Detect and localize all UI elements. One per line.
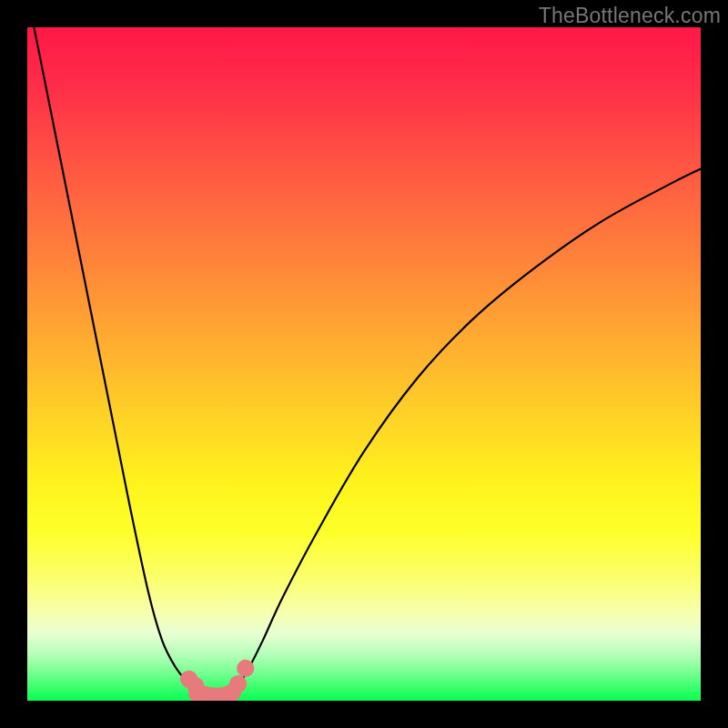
watermark-text: TheBottleneck.com [539, 4, 721, 28]
curve-left [34, 27, 216, 699]
curve-right [216, 168, 701, 698]
chart-svg [27, 27, 701, 701]
plot-area [27, 27, 701, 701]
data-markers [180, 660, 254, 701]
data-marker [237, 660, 254, 677]
chart-frame: TheBottleneck.com [0, 0, 728, 728]
data-marker [229, 675, 247, 693]
